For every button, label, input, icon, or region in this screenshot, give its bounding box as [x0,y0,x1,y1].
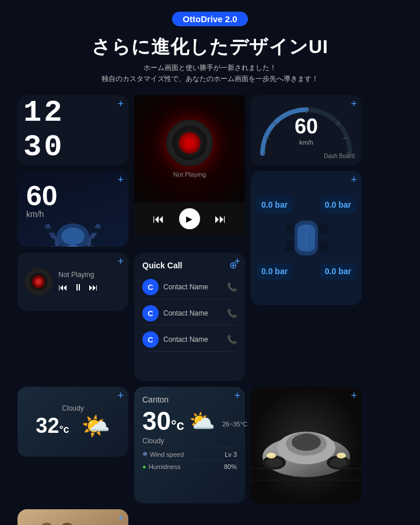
weather-icon-large: ⛅ [189,409,215,433]
temp-unit: °c [59,424,69,435]
quick-call-header: Quick Call ⊕ [142,260,237,271]
add-racing[interactable]: + [351,390,357,401]
humidity-label: ● Humidness [142,463,181,470]
music-widget-small: + Not Playing ⏮ ⏸ ⏭ [18,253,128,311]
music-small-controls: Not Playing ⏮ ⏸ ⏭ [58,271,121,293]
svg-point-32 [266,458,282,467]
add-speed-car[interactable]: + [117,174,124,185]
music-controls: ⏮ ▶ ⏭ [134,202,245,235]
add-clock[interactable]: + [117,99,124,109]
svg-point-35 [267,453,276,459]
contact-row-1: C Contact Name 📞 [142,275,237,299]
badge-container: OttoDrive 2.0 [172,12,247,31]
humidity-row: ● Humidness 80% [142,460,237,470]
clock-display: 12 30 [23,96,123,164]
tire-car-svg [277,218,335,258]
speed-car-widget: + 60 km/h [18,171,128,247]
racing-car-widget: + [251,387,362,503]
weather-city: Canton [142,395,237,404]
svg-rect-13 [91,228,99,233]
gauge-unit: km/h [299,139,313,146]
weather-temp-small: 32°c [36,414,69,438]
tire-rr-value: 0.0 bar [325,267,351,276]
next-small[interactable]: ⏭ [89,282,98,293]
prev-button[interactable]: ⏮ [153,212,164,226]
humidity-label-text: Humidness [149,463,181,470]
add-weather-large[interactable]: + [234,390,240,401]
quick-call-title: Quick Call [142,261,182,270]
music-widget-large: + Not Playing ⏮ ▶ ⏭ [134,95,245,235]
empty-col-2 [134,509,245,525]
wind-label-text: Wind speed [150,451,184,458]
svg-point-11 [61,228,85,245]
svg-rect-48 [18,509,128,525]
svg-rect-20 [285,223,293,234]
add-weather-small[interactable]: + [117,390,124,401]
contact-avatar-1: C [142,279,159,295]
weather-condition-large: Cloudy [142,437,237,445]
speed-unit: km/h [26,209,120,219]
main-title: さらに進化したデザインUI [92,34,328,60]
humidity-icon: ● [142,463,146,470]
vinyl-center [185,138,194,148]
gauge-label: Dash Board [324,153,355,159]
pause-small[interactable]: ⏸ [74,282,83,293]
tire-rl: 0.0 bar [257,263,292,279]
contact-row-2: C Contact Name 📞 [142,302,237,326]
contact-row-3: C Contact Name 📞 [142,328,237,352]
subtitle: ホーム画面と使い勝手が一新されました！ 独自のカスタマイズ性で、あなたのホーム画… [102,62,318,85]
add-music-small[interactable]: + [117,256,124,267]
weather-small-widget: + Cloudy 32°c 🌤️ [18,387,128,457]
tire-rr: 0.0 bar [320,263,356,279]
subtitle-line1: ホーム画面と使い勝手が一新されました！ [144,64,276,72]
weather-main-row: 30°c ⛅ 26~35°C [142,407,237,436]
tire-fr-value: 0.0 bar [325,200,351,209]
weather-big-temp: 30°c [142,407,184,436]
vinyl-record [166,120,213,166]
small-controls-row: ⏮ ⏸ ⏭ [58,282,121,293]
weather-icon-small: 🌤️ [81,412,110,440]
tire-fr: 0.0 bar [320,197,356,213]
prev-small[interactable]: ⏮ [58,282,68,293]
svg-rect-14 [47,239,55,243]
svg-rect-23 [319,241,327,251]
wind-value: Lv 3 [225,451,237,458]
next-button[interactable]: ⏭ [215,212,226,226]
svg-rect-15 [91,239,99,243]
wind-label: ❄ Wind speed [142,450,184,458]
contact-initial-3: C [148,335,153,344]
tire-rl-value: 0.0 bar [261,267,288,276]
brand-badge: OttoDrive 2.0 [172,12,247,26]
add-quick-call[interactable]: + [234,256,240,267]
call-btn-3[interactable]: 📞 [227,335,237,344]
family-photo-widget: + [18,509,128,525]
tire-fl: 0.0 bar [257,197,292,213]
not-playing-small: Not Playing [58,271,121,279]
add-tire[interactable]: + [351,174,357,185]
empty-col-3 [251,509,362,525]
contact-initial-2: C [148,309,153,318]
contact-avatar-2: C [142,305,159,321]
not-playing-label: Not Playing [173,171,206,178]
contact-name-1: Contact Name [163,283,222,291]
call-btn-2[interactable]: 📞 [227,309,237,318]
subtitle-line2: 独自のカスタマイズ性で、あなたのホーム画面を一歩先へ導きます！ [102,75,318,83]
car-illustration [35,219,111,247]
svg-rect-22 [285,241,293,251]
call-btn-1[interactable]: 📞 [227,282,237,292]
big-temp-unit: °c [171,417,184,433]
racing-car-svg [251,387,362,503]
vinyl-small-center [36,279,41,285]
contact-name-3: Contact Name [163,335,222,344]
weather-large-widget: + Canton 30°c ⛅ 26~35°C Cloudy ❄ Wind sp… [134,387,245,503]
gauge-speed: 60 [295,114,318,139]
speed-value: 60 [26,180,120,212]
weather-condition-small: Cloudy [62,404,83,412]
car-image [26,219,120,247]
play-button[interactable]: ▶ [179,208,200,229]
big-temp-val: 30 [142,407,171,435]
add-family[interactable]: + [117,513,124,523]
temp-value: 32 [36,414,59,438]
contact-name-2: Contact Name [163,309,222,317]
contact-avatar-3: C [142,331,159,348]
